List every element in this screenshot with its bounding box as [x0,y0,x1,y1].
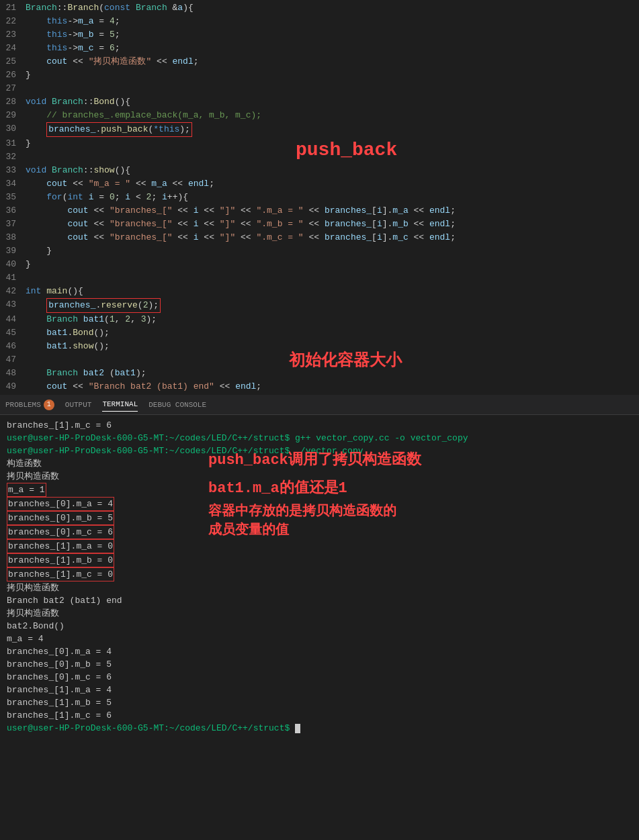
annotation-init: 初始化容器大小 [289,349,402,371]
tab-debug-console-label: DEBUG CONSOLE [148,401,206,409]
tab-problems-label: PROBLEMS [5,401,41,409]
code-line-35: 35 for(int i = 0; i < 2; i++){ [0,191,639,204]
code-line-34: 34 cout << "m_a = " << m_a << endl; [0,177,639,191]
code-line-40: 40 } [0,258,639,271]
code-line-25: 25 cout << "拷贝构造函数" << endl; [0,55,639,68]
term-line-11: branches_[1].m_c = 0 [7,567,632,581]
annotation-terminal-push-back: push_back调用了拷贝构造函数 [208,454,421,467]
term-line-18: branches_[0].m_b = 5 [7,658,632,671]
code-line-33: 33 void Branch::show(){ [0,164,639,177]
tab-debug-console[interactable]: DEBUG CONSOLE [148,398,206,412]
term-line-9: branches_[1].m_a = 0 [7,539,632,553]
tab-terminal-label: TERMINAL [102,400,138,408]
tab-output-label: OUTPUT [65,401,92,409]
annotation-terminal-bat1: bat1.m_a的值还是1 [208,482,347,495]
cursor [295,724,300,733]
annotation-push-back: push_back [296,140,397,160]
app-container: 21 Branch::Branch(const Branch &a){ 22 t… [0,0,639,739]
code-line-21: 21 Branch::Branch(const Branch &a){ [0,1,639,15]
tab-problems[interactable]: PROBLEMS 1 [5,397,54,413]
problems-badge: 1 [44,400,54,410]
code-line-26: 26 } [0,68,639,82]
code-line-24: 24 this->m_c = 6; [0,42,639,55]
editor-area: 21 Branch::Branch(const Branch &a){ 22 t… [0,0,639,395]
code-line-22: 22 this->m_a = 4; [0,15,639,28]
term-line-0: branches_[1].m_c = 6 [7,419,632,432]
code-line-37: 37 cout << "branches_[" << i << "]" << "… [0,218,639,231]
term-line-14: 拷贝构造函数 [7,607,632,620]
term-line-13: Branch bat2 (bat1) end [7,594,632,607]
code-lines: 21 Branch::Branch(const Branch &a){ 22 t… [0,0,639,395]
code-line-39: 39 } [0,244,639,258]
code-line-43: 43 branches_.reserve(2); [0,298,639,313]
terminal-area: branches_[1].m_c = 6 user@user-HP-ProDes… [0,415,639,739]
code-line-36: 36 cout << "branches_[" << i << "]" << "… [0,204,639,218]
term-line-16: m_a = 4 [7,633,632,645]
code-line-41: 41 [0,271,639,285]
term-line-10: branches_[1].m_b = 0 [7,553,632,567]
code-line-49: 49 cout << "Branch bat2 (bat1) end" << e… [0,380,639,393]
code-line-27: 27 [0,82,639,95]
code-line-38: 38 cout << "branches_[" << i << "]" << "… [0,231,639,244]
code-line-30: 30 branches_.push_back(*this); [0,122,639,137]
code-line-28: 28 void Branch::Bond(){ [0,95,639,109]
code-line-44: 44 Branch bat1(1, 2, 3); [0,313,639,326]
term-line-20: branches_[1].m_a = 4 [7,684,632,696]
term-line-17: branches_[0].m_a = 4 [7,645,632,658]
term-line-12: 拷贝构造函数 [7,581,632,594]
term-line-22: branches_[1].m_c = 6 [7,709,632,722]
tab-output[interactable]: OUTPUT [65,398,92,412]
tab-terminal[interactable]: TERMINAL [102,398,138,412]
code-line-42: 42 int main(){ [0,285,639,298]
code-line-29: 29 // branches_.emplace_back(m_a, m_b, m… [0,109,639,122]
term-line-15: bat2.Bond() [7,620,632,633]
annotation-terminal-container: 容器中存放的是拷贝构造函数的成员变量的值 [208,502,396,540]
panel-tabs: PROBLEMS 1 OUTPUT TERMINAL DEBUG CONSOLE [0,395,639,415]
term-line-last: user@user-HP-ProDesk-600-G5-MT:~/codes/L… [7,722,632,735]
term-line-19: branches_[0].m_c = 6 [7,671,632,684]
term-line-1: user@user-HP-ProDesk-600-G5-MT:~/codes/L… [7,432,632,445]
term-line-21: branches_[1].m_b = 5 [7,696,632,709]
code-line-45: 45 bat1.Bond(); [0,326,639,340]
code-line-23: 23 this->m_b = 5; [0,28,639,42]
